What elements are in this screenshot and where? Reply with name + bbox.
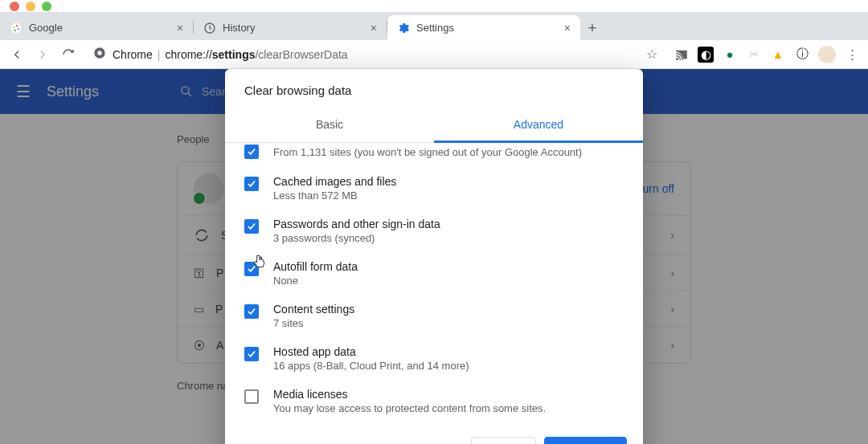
item-cookies: Cookies and other site data From 1,131 s… (244, 143, 624, 167)
window-titlebar (0, 0, 868, 12)
chrome-icon (93, 47, 106, 62)
url-scheme: Chrome (113, 48, 153, 61)
url-path: /clearBrowserData (255, 48, 347, 61)
tab-label: Settings (416, 22, 454, 34)
tab-strip: Google × History × Settings × + (0, 12, 868, 40)
tab-label: Google (29, 22, 63, 34)
dialog-body: Cookies and other site data From 1,131 s… (225, 143, 643, 429)
item-sub: 7 sites (273, 317, 354, 329)
item-title: Autofill form data (273, 260, 358, 273)
menu-icon[interactable]: ⋮ (844, 47, 860, 63)
checkbox-media-licenses[interactable] (244, 389, 259, 404)
tab-label: History (223, 22, 255, 34)
item-autofill: Autofill form data None (244, 252, 624, 295)
clear-data-button[interactable]: Clear data (544, 437, 627, 444)
extension-icon[interactable]: ● (722, 47, 738, 63)
item-passwords: Passwords and other sign-in data 3 passw… (244, 210, 624, 252)
forward-button[interactable] (34, 46, 51, 63)
extension-icon[interactable]: ✂ (746, 47, 762, 63)
profile-avatar[interactable] (818, 46, 836, 63)
close-icon[interactable]: × (564, 22, 571, 35)
close-icon[interactable]: × (177, 22, 183, 35)
item-cached: Cached images and files Less than 572 MB (244, 167, 624, 210)
extension-icon[interactable]: ◐ (698, 47, 714, 63)
check-icon (246, 306, 257, 317)
svg-point-3 (97, 51, 101, 55)
google-favicon (10, 22, 23, 35)
item-title: Hosted app data (273, 345, 469, 358)
checkbox-passwords[interactable] (244, 219, 259, 234)
check-icon (246, 221, 257, 232)
tab-advanced[interactable]: Advanced (434, 108, 643, 143)
url-text: Chrome | chrome://settings /clearBrowser… (113, 48, 348, 61)
checkbox-cookies[interactable] (244, 145, 259, 159)
checkbox-autofill[interactable] (244, 262, 259, 276)
checkbox-content-settings[interactable] (244, 304, 259, 319)
tab-google[interactable]: Google × (0, 15, 193, 40)
new-tab-button[interactable]: + (580, 16, 604, 40)
tab-history[interactable]: History × (194, 15, 387, 40)
item-hosted-app: Hosted app data 16 apps (8-Ball, Cloud P… (244, 337, 624, 380)
tab-basic[interactable]: Basic (225, 108, 434, 142)
item-title: Media licenses (273, 388, 546, 401)
dialog-title: Clear browsing data (225, 69, 643, 97)
item-content-settings: Content settings 7 sites (244, 295, 624, 337)
cancel-button[interactable]: Cancel (471, 437, 537, 444)
item-sub: 3 passwords (synced) (273, 232, 440, 244)
minimize-window-button[interactable] (26, 2, 35, 11)
check-icon (246, 178, 257, 189)
item-sub: 16 apps (8-Ball, Cloud Print, and 14 mor… (273, 360, 469, 372)
item-title: Passwords and other sign-in data (273, 218, 440, 230)
dialog-actions: Cancel Clear data (225, 429, 643, 444)
check-icon (246, 263, 257, 275)
maximize-window-button[interactable] (42, 2, 51, 11)
item-sub: From 1,131 sites (you won't be signed ou… (273, 146, 582, 158)
close-icon[interactable]: × (371, 22, 377, 35)
bookmark-star-icon[interactable]: ☆ (646, 47, 657, 62)
item-media-licenses: Media licenses You may lose access to pr… (244, 380, 624, 422)
check-icon (246, 146, 257, 157)
svg-point-0 (10, 22, 21, 33)
clear-browsing-data-dialog: Clear browsing data Basic Advanced Cooki… (225, 69, 643, 444)
close-window-button[interactable] (10, 2, 19, 11)
url-host: chrome://settings (165, 48, 255, 61)
extension-icon[interactable]: ▲ (770, 47, 786, 63)
back-button[interactable] (8, 46, 26, 63)
extension-icons: ◐ ● ✂ ▲ ⓘ ⋮ (674, 46, 860, 63)
gear-icon (397, 22, 410, 35)
dialog-tabs: Basic Advanced (225, 108, 643, 143)
item-title: Cached images and files (273, 175, 396, 188)
history-favicon (203, 22, 216, 35)
item-sub: You may lose access to protected content… (273, 402, 546, 414)
checkbox-cached[interactable] (244, 177, 259, 191)
reload-button[interactable] (59, 46, 77, 63)
item-sub: None (273, 275, 358, 287)
item-sub: Less than 572 MB (273, 189, 396, 202)
extension-icon[interactable]: ⓘ (794, 47, 810, 63)
address-bar[interactable]: Chrome | chrome://settings /clearBrowser… (85, 43, 665, 66)
item-title: Content settings (273, 303, 354, 316)
checkbox-hosted-app[interactable] (244, 347, 259, 361)
browser-toolbar: Chrome | chrome://settings /clearBrowser… (0, 40, 868, 69)
cast-icon[interactable] (674, 47, 690, 63)
tab-settings[interactable]: Settings × (387, 15, 580, 40)
check-icon (246, 348, 257, 360)
